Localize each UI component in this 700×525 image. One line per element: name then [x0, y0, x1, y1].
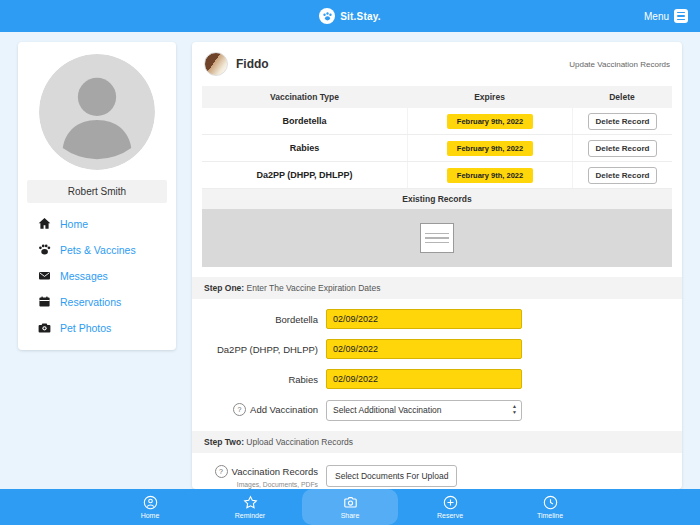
bordetella-label: Bordetella: [192, 314, 318, 325]
upload-row: ? Vaccination Records Images, Documents,…: [192, 465, 682, 490]
help-icon[interactable]: ?: [215, 465, 228, 478]
form-row: Da2PP (DHPP, DHLPP): [192, 339, 672, 359]
bottom-nav-label: Reminder: [235, 512, 265, 519]
plus-icon: [443, 495, 458, 510]
user-avatar-placeholder: [39, 54, 155, 170]
col-header-expires: Expires: [407, 86, 572, 108]
table-row: Rabies February 9th, 2022 Delete Record: [202, 135, 672, 162]
delete-record-button[interactable]: Delete Record: [588, 113, 658, 130]
menu-button[interactable]: Menu: [644, 0, 688, 32]
sidebar-item-label: Reservations: [60, 296, 121, 308]
form-row: Bordetella: [192, 309, 672, 329]
upload-label-group: ? Vaccination Records Images, Documents,…: [192, 465, 318, 490]
bottom-nav-reserve[interactable]: Reserve: [420, 489, 480, 525]
add-vaccination-row: ? Add Vaccination Select Additional Vacc…: [192, 399, 672, 421]
bordetella-date-input[interactable]: [326, 309, 522, 329]
user-name: Robert Smith: [27, 180, 167, 203]
sidebar-nav: Home Pets & Vaccines Messages Reservatio…: [18, 203, 176, 334]
add-vaccination-label: Add Vaccination: [250, 404, 318, 415]
vaccination-records-label: Vaccination Records: [232, 466, 318, 477]
camera-icon: [38, 321, 51, 334]
sidebar-item-pets-vaccines[interactable]: Pets & Vaccines: [38, 243, 176, 256]
table-row: Bordetella February 9th, 2022 Delete Rec…: [202, 108, 672, 135]
select-documents-button[interactable]: Select Documents For Upload: [326, 465, 457, 487]
table-header-row: Vaccination Type Expires Delete: [202, 86, 672, 108]
vaccine-type: Da2PP (DHPP, DHLPP): [256, 170, 352, 180]
sidebar-item-reservations[interactable]: Reservations: [38, 295, 176, 308]
step-two-subtitle: Upload Vaccination Records: [244, 437, 353, 447]
sidebar: Robert Smith Home Pets & Vaccines Messag…: [18, 42, 176, 350]
sidebar-item-home[interactable]: Home: [38, 217, 176, 230]
clock-icon: [543, 495, 558, 510]
bottom-nav-reminder[interactable]: Reminder: [220, 489, 280, 525]
expiration-form: Bordetella Da2PP (DHPP, DHLPP) Rabies ? …: [192, 299, 682, 421]
top-bar: Sit.Stay. Menu: [0, 0, 700, 32]
existing-records-header: Existing Records: [202, 189, 672, 209]
sidebar-item-label: Messages: [60, 270, 108, 282]
paw-logo-icon: [319, 8, 335, 24]
existing-records-area: [202, 209, 672, 267]
bottom-nav-label: Reserve: [437, 512, 463, 519]
bottom-nav-label: Timeline: [537, 512, 563, 519]
add-vaccination-select[interactable]: Select Additional Vaccination: [326, 400, 522, 421]
main-panel: Fiddo Update Vaccination Records Vaccina…: [192, 42, 682, 489]
upload-hint-line1: Images, Documents, PDFs: [192, 480, 318, 489]
rabies-label: Rabies: [192, 374, 318, 385]
step-two-title: Step Two:: [204, 437, 244, 447]
sidebar-item-label: Pets & Vaccines: [60, 244, 136, 256]
expires-badge: February 9th, 2022: [447, 141, 533, 156]
bottom-nav-timeline[interactable]: Timeline: [520, 489, 580, 525]
bottom-nav-home[interactable]: Home: [120, 489, 180, 525]
delete-record-button[interactable]: Delete Record: [588, 167, 658, 184]
home-icon: [38, 217, 51, 230]
profile-icon: [143, 495, 158, 510]
sidebar-item-label: Pet Photos: [60, 322, 111, 334]
step-one-subtitle: Enter The Vaccine Expiration Dates: [244, 283, 380, 293]
bottom-nav-label: Share: [341, 512, 360, 519]
sidebar-item-label: Home: [60, 218, 88, 230]
calendar-icon: [38, 295, 51, 308]
delete-record-button[interactable]: Delete Record: [588, 140, 658, 157]
col-header-delete: Delete: [572, 86, 672, 108]
add-vaccination-label-group: ? Add Vaccination: [192, 403, 318, 416]
camera-icon: [343, 495, 358, 510]
paw-icon: [38, 243, 51, 256]
bottom-nav-label: Home: [141, 512, 160, 519]
step-two-header: Step Two: Upload Vaccination Records: [192, 431, 682, 453]
rabies-date-input[interactable]: [326, 369, 522, 389]
sidebar-item-pet-photos[interactable]: Pet Photos: [38, 321, 176, 334]
brand-name: Sit.Stay.: [340, 11, 381, 22]
pet-name: Fiddo: [236, 57, 269, 71]
add-vaccination-select-wrap: Select Additional Vaccination ▲▼: [326, 399, 522, 421]
pet-avatar: [204, 52, 228, 76]
bottom-nav: Home Reminder Share Reserve: [0, 489, 700, 525]
da2pp-label: Da2PP (DHPP, DHLPP): [192, 344, 318, 355]
avatar-wrap: [18, 42, 176, 170]
update-vaccination-records-label: Update Vaccination Records: [569, 60, 670, 69]
pet-header: Fiddo Update Vaccination Records: [192, 42, 682, 84]
expires-badge: February 9th, 2022: [447, 114, 533, 129]
help-icon[interactable]: ?: [233, 403, 246, 416]
bottom-nav-share[interactable]: Share: [302, 489, 398, 525]
table-row: Da2PP (DHPP, DHLPP) February 9th, 2022 D…: [202, 162, 672, 189]
vaccine-type: Bordetella: [282, 116, 326, 126]
da2pp-date-input[interactable]: [326, 339, 522, 359]
existing-record-thumbnail[interactable]: [420, 223, 454, 253]
app-screen: Sit.Stay. Menu Robert Smith Home: [0, 0, 700, 525]
step-one-header: Step One: Enter The Vaccine Expiration D…: [192, 277, 682, 299]
form-row: Rabies: [192, 369, 672, 389]
vaccination-table: Vaccination Type Expires Delete Bordetel…: [202, 86, 672, 267]
hamburger-icon: [674, 9, 688, 23]
menu-label: Menu: [644, 11, 669, 22]
col-header-vaccination-type: Vaccination Type: [202, 86, 407, 108]
step-one-title: Step One:: [204, 283, 244, 293]
brand: Sit.Stay.: [319, 8, 381, 24]
vaccine-type: Rabies: [290, 143, 320, 153]
star-icon: [243, 495, 258, 510]
expires-badge: February 9th, 2022: [447, 168, 533, 183]
sidebar-item-messages[interactable]: Messages: [38, 269, 176, 282]
envelope-icon: [38, 269, 51, 282]
